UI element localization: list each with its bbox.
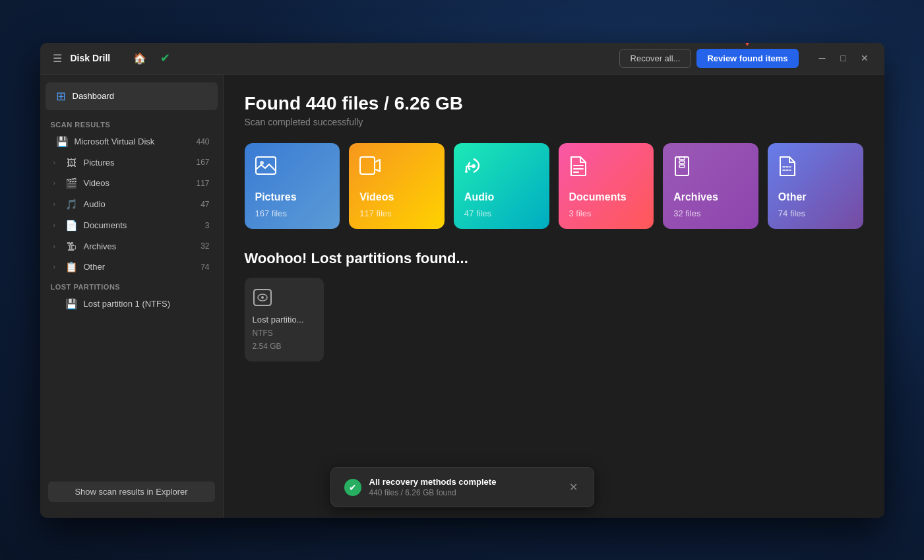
sidebar-item-count: 74 <box>194 263 210 272</box>
app-name: Disk Drill <box>71 53 111 63</box>
app-window: ☰ Disk Drill 🏠 ✔ Recover all... Review f… <box>40 43 884 518</box>
disk-icon: 💾 <box>56 136 69 148</box>
svg-point-6 <box>465 170 468 173</box>
sidebar-item-label: Lost partition 1 (NTFS) <box>84 299 171 309</box>
maximize-button[interactable]: □ <box>834 49 853 67</box>
sidebar-item-label: Videos <box>84 178 194 188</box>
category-name: Archives <box>673 191 748 203</box>
disk-icon: 💾 <box>65 298 78 310</box>
category-cards: Pictures 167 files Videos 117 files <box>245 143 863 229</box>
category-name: Videos <box>359 191 434 203</box>
documents-icon: 📄 <box>65 220 78 232</box>
sidebar-item-dashboard[interactable]: ⊞ Dashboard <box>46 82 218 110</box>
sidebar-item-count: 47 <box>194 200 210 209</box>
grid-icon: ⊞ <box>56 89 66 104</box>
sidebar-item-videos[interactable]: › 🎬 Videos 117 <box>43 173 220 194</box>
recover-all-button[interactable]: Recover all... <box>619 49 692 68</box>
category-count: 167 files <box>255 208 330 218</box>
category-card-other[interactable]: Other 74 files <box>768 143 863 229</box>
lost-partitions-title: Woohoo! Lost partitions found... <box>245 250 863 267</box>
toast-title: All recovery methods complete <box>369 477 559 487</box>
chevron-icon: › <box>53 201 63 208</box>
sidebar-item-label: Audio <box>84 199 194 209</box>
titlebar-nav: 🏠 ✔ <box>130 48 175 68</box>
sidebar-item-count: 440 <box>194 137 210 146</box>
svg-rect-12 <box>679 161 685 164</box>
sidebar-item-lost-partition[interactable]: 💾 Lost partition 1 (NTFS) <box>40 294 223 315</box>
toast-text: All recovery methods complete 440 files … <box>369 477 559 497</box>
svg-point-3 <box>472 164 476 168</box>
scan-status: Scan completed successfully <box>245 117 863 127</box>
svg-point-1 <box>260 161 264 165</box>
sidebar-item-count: 3 <box>194 221 210 230</box>
svg-point-17 <box>261 296 264 299</box>
category-name: Other <box>778 191 853 203</box>
svg-rect-0 <box>256 157 276 174</box>
videos-icon: 🎬 <box>65 177 78 189</box>
toast-notification: ✔ All recovery methods complete 440 file… <box>330 467 594 507</box>
category-count: 74 files <box>778 208 853 218</box>
sidebar: ⊞ Dashboard Scan results 💾 Microsoft Vir… <box>40 75 224 518</box>
sidebar-item-audio[interactable]: › 🎵 Audio 47 <box>43 194 220 215</box>
pictures-icon: 🖼 <box>65 157 78 168</box>
sidebar-item-label: Archives <box>84 241 194 251</box>
partition-name: Lost partitio... <box>253 315 316 325</box>
home-icon[interactable]: 🏠 <box>130 48 150 68</box>
window-controls: ─ □ ✕ <box>813 49 874 67</box>
pictures-card-icon <box>255 156 330 179</box>
category-name: Pictures <box>255 191 330 203</box>
sidebar-item-label: Other <box>84 262 194 272</box>
category-card-audio[interactable]: Audio 47 files <box>454 143 549 229</box>
toast-subtitle: 440 files / 6.26 GB found <box>369 488 559 497</box>
menu-icon[interactable]: ☰ <box>51 52 64 65</box>
sidebar-item-documents[interactable]: › 📄 Documents 3 <box>43 215 220 236</box>
minimize-button[interactable]: ─ <box>813 49 832 67</box>
lost-partitions-label: Lost partitions <box>40 278 223 294</box>
chevron-icon: › <box>53 179 63 187</box>
partition-card-lost1[interactable]: Lost partitio... NTFS 2.54 GB <box>245 278 324 361</box>
category-card-videos[interactable]: Videos 117 files <box>349 143 445 229</box>
category-count: 47 files <box>464 208 539 218</box>
sidebar-item-other[interactable]: › 📋 Other 74 <box>43 257 220 278</box>
chevron-icon: › <box>53 159 63 166</box>
category-count: 32 files <box>673 208 748 218</box>
sidebar-item-label: Pictures <box>84 158 194 168</box>
partition-size: 2.54 GB <box>253 342 316 351</box>
dashboard-label: Dashboard <box>73 91 115 101</box>
found-title: Found 440 files / 6.26 GB <box>245 93 863 114</box>
chevron-icon: › <box>53 243 63 250</box>
videos-card-icon <box>359 156 434 179</box>
toast-check-icon: ✔ <box>344 479 361 496</box>
review-found-items-button[interactable]: Review found items <box>696 49 798 68</box>
sidebar-item-label: Microsoft Virtual Disk <box>75 137 194 146</box>
category-card-documents[interactable]: Documents 3 files <box>559 143 654 229</box>
category-count: 3 files <box>569 208 644 218</box>
close-button[interactable]: ✕ <box>855 49 874 67</box>
sidebar-item-microsoft-virtual-disk[interactable]: 💾 Microsoft Virtual Disk 440 <box>43 131 220 152</box>
sidebar-item-count: 117 <box>194 179 210 188</box>
toast-close-button[interactable]: ✕ <box>567 481 580 493</box>
scan-results-label: Scan results <box>40 115 223 131</box>
category-name: Audio <box>464 191 539 203</box>
check-icon[interactable]: ✔ <box>155 48 175 68</box>
sidebar-item-archives[interactable]: › 🗜 Archives 32 <box>43 236 220 257</box>
sidebar-item-count: 167 <box>194 158 210 167</box>
titlebar: ☰ Disk Drill 🏠 ✔ Recover all... Review f… <box>40 43 884 75</box>
partition-disk-icon <box>253 288 316 311</box>
chevron-icon: › <box>53 263 63 270</box>
audio-card-icon <box>464 156 539 181</box>
category-name: Documents <box>569 191 644 203</box>
titlebar-actions: Recover all... Review found items <box>619 49 799 68</box>
sidebar-item-label: Documents <box>84 220 194 230</box>
sidebar-item-count: 32 <box>194 241 210 251</box>
main-layout: ⊞ Dashboard Scan results 💾 Microsoft Vir… <box>40 75 884 518</box>
other-icon: 📋 <box>65 261 78 273</box>
svg-rect-11 <box>679 157 685 160</box>
category-count: 117 files <box>359 208 434 218</box>
category-card-pictures[interactable]: Pictures 167 files <box>245 143 340 229</box>
annotation-arrow <box>742 43 753 46</box>
sidebar-item-pictures[interactable]: › 🖼 Pictures 167 <box>43 152 220 173</box>
svg-rect-13 <box>679 165 685 168</box>
show-scan-results-button[interactable]: Show scan results in Explorer <box>48 482 215 502</box>
category-card-archives[interactable]: Archives 32 files <box>663 143 758 229</box>
